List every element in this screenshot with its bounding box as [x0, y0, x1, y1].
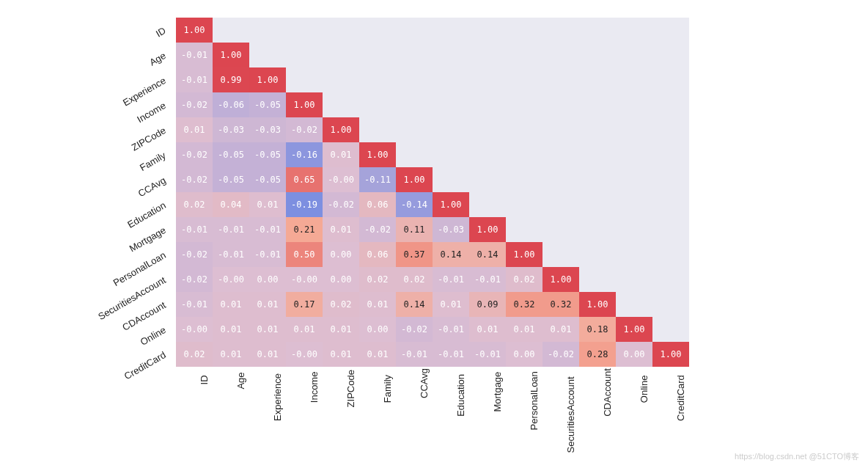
heatmap-cell: -0.00	[323, 167, 359, 192]
heatmap-cell: 0.21	[286, 217, 323, 242]
heatmap-cell: 1.00	[396, 167, 433, 192]
heatmap-cell	[469, 92, 506, 117]
heatmap-cell: 0.01	[359, 292, 396, 317]
heatmap-cell: -0.00	[176, 317, 213, 342]
heatmap-cell: -0.05	[213, 142, 249, 167]
heatmap-cell	[506, 67, 542, 92]
heatmap-cell	[396, 92, 433, 117]
heatmap-cell	[579, 217, 616, 242]
heatmap-cell: 1.00	[469, 217, 506, 242]
x-tick-label: PersonalLoan	[529, 371, 540, 430]
heatmap-cell	[652, 43, 689, 67]
heatmap-cell: -0.02	[396, 317, 433, 342]
heatmap-cell: 0.01	[469, 317, 506, 342]
heatmap-cell: -0.00	[286, 267, 323, 292]
heatmap-cell	[652, 317, 689, 342]
heatmap-cell: 0.37	[396, 242, 433, 267]
heatmap-cell	[616, 167, 652, 192]
x-tick-label: Online	[639, 376, 650, 403]
heatmap-cell	[359, 117, 396, 142]
heatmap-cell: 0.02	[506, 267, 542, 292]
heatmap-cell: 0.11	[396, 217, 433, 242]
heatmap-cell: -0.01	[249, 217, 286, 242]
heatmap-cell: 0.00	[323, 267, 359, 292]
heatmap-cell: -0.02	[176, 92, 213, 117]
heatmap-cell	[359, 67, 396, 92]
heatmap-cell	[359, 43, 396, 67]
heatmap-cell: 0.00	[359, 317, 396, 342]
x-tick-label: SecuritiesAccount	[565, 376, 576, 453]
heatmap-cell	[542, 117, 579, 142]
heatmap-cell	[506, 142, 542, 167]
heatmap-cell	[469, 18, 506, 43]
heatmap-cell	[652, 292, 689, 317]
heatmap-cell	[396, 67, 433, 92]
heatmap-cell	[616, 192, 652, 217]
heatmap-cell	[323, 67, 359, 92]
heatmap-cell: -0.01	[213, 242, 249, 267]
heatmap-cell	[396, 142, 433, 167]
x-tick-label: Income	[309, 372, 320, 403]
heatmap-cell: 0.02	[176, 192, 213, 217]
x-tick-label: ID	[199, 375, 210, 384]
heatmap-cell: -0.02	[542, 342, 579, 367]
heatmap-cell	[469, 142, 506, 167]
heatmap-cell: 0.04	[213, 192, 249, 217]
heatmap-cell	[579, 43, 616, 67]
heatmap-cell: -0.01	[433, 267, 469, 292]
heatmap-cell	[249, 43, 286, 67]
heatmap-cell: 1.00	[579, 292, 616, 317]
heatmap-cell: -0.05	[249, 167, 286, 192]
heatmap-cell: 0.17	[286, 292, 323, 317]
heatmap-cell	[433, 67, 469, 92]
x-tick-label: Family	[382, 375, 393, 403]
heatmap-cell: -0.01	[433, 317, 469, 342]
heatmap-cell	[616, 43, 652, 67]
heatmap-cell: -0.19	[286, 192, 323, 217]
heatmap-cell	[616, 292, 652, 317]
heatmap-cell	[652, 217, 689, 242]
heatmap-cell	[579, 167, 616, 192]
heatmap-cell: 0.00	[249, 267, 286, 292]
heatmap-cell	[359, 18, 396, 43]
heatmap-cell	[286, 43, 323, 67]
heatmap-cell	[433, 92, 469, 117]
heatmap-cell: -0.02	[323, 192, 359, 217]
heatmap-cell: -0.03	[249, 117, 286, 142]
heatmap-cell	[469, 192, 506, 217]
heatmap-cell	[286, 67, 323, 92]
heatmap-cell	[433, 18, 469, 43]
heatmap-cell: 0.18	[579, 317, 616, 342]
heatmap-cell: -0.01	[396, 342, 433, 367]
heatmap-cell	[616, 267, 652, 292]
heatmap-cell: 0.32	[506, 292, 542, 317]
heatmap-cell: 0.01	[286, 317, 323, 342]
heatmap-cell	[542, 18, 579, 43]
heatmap-cell: 1.00	[286, 92, 323, 117]
heatmap-cell: -0.01	[176, 43, 213, 67]
heatmap-cell	[542, 217, 579, 242]
heatmap-cell: 0.01	[249, 342, 286, 367]
heatmap-cell	[542, 67, 579, 92]
heatmap-cell: 0.50	[286, 242, 323, 267]
heatmap-cell	[323, 18, 359, 43]
heatmap-cell: -0.11	[359, 167, 396, 192]
heatmap-cell: 0.06	[359, 192, 396, 217]
heatmap-cell	[652, 18, 689, 43]
heatmap-cell	[396, 18, 433, 43]
heatmap-cell	[652, 92, 689, 117]
heatmap-cell	[213, 18, 249, 43]
heatmap-cell	[579, 242, 616, 267]
heatmap-cell	[542, 167, 579, 192]
heatmap-cell	[506, 117, 542, 142]
heatmap-cell	[652, 167, 689, 192]
heatmap-cell: 0.00	[323, 242, 359, 267]
heatmap-cell: -0.05	[213, 167, 249, 192]
heatmap-cell: -0.01	[176, 67, 213, 92]
heatmap-cell	[396, 117, 433, 142]
heatmap-cell	[616, 142, 652, 167]
heatmap-cell: 0.01	[542, 317, 579, 342]
heatmap-cell	[542, 142, 579, 167]
heatmap-cell	[652, 67, 689, 92]
heatmap-cell: -0.03	[213, 117, 249, 142]
